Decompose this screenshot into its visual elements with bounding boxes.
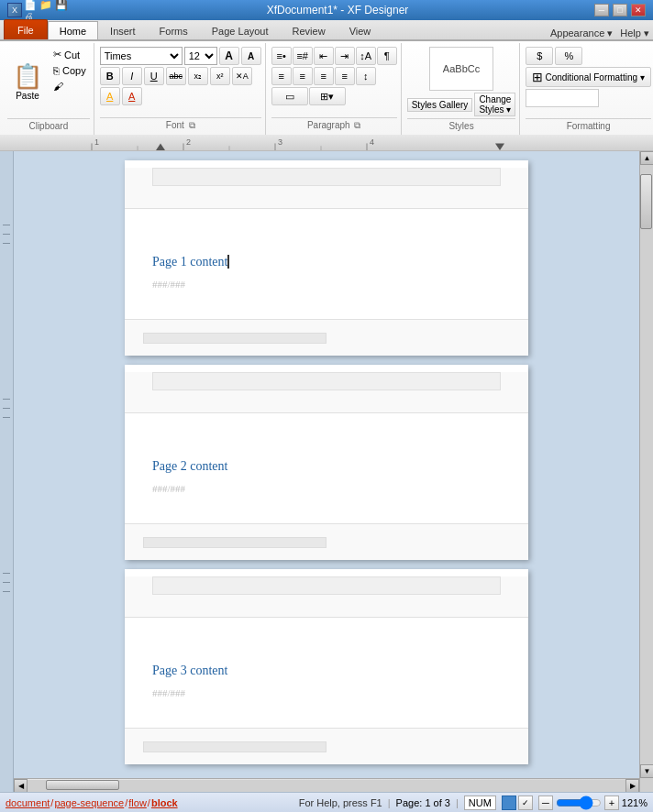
dollar-button[interactable]: $ <box>526 47 553 65</box>
change-styles-button[interactable]: ChangeStyles ▾ <box>474 93 515 116</box>
document-canvas[interactable]: Page 1 content ###/### Page 2 content ##… <box>14 151 639 778</box>
page-2-content[interactable]: Page 2 content <box>152 459 501 474</box>
cut-label: Cut <box>64 49 80 60</box>
appearance-button[interactable]: Appearance ▾ <box>550 27 613 39</box>
styles-gallery[interactable]: AaBbCc <box>429 47 493 91</box>
close-button[interactable]: ✕ <box>631 4 646 16</box>
ribbon-tab-bar: File Home Insert Forms Page Layout Revie… <box>0 20 653 40</box>
title-bar: X 📄 📁 💾 🖨 XfDocument1* - XF Designer ─ □… <box>0 0 653 20</box>
percent-button[interactable]: % <box>555 47 582 65</box>
zoom-in-button[interactable]: + <box>604 796 619 810</box>
cut-icon: ✂ <box>53 49 61 60</box>
bullets-button[interactable]: ≡• <box>271 47 292 65</box>
page-3-body[interactable]: Page 3 content ###/### <box>125 618 528 728</box>
cut-button[interactable]: ✂ Cut <box>50 47 90 62</box>
scroll-thumb[interactable] <box>640 174 652 229</box>
paragraph-expand-icon[interactable]: ⧉ <box>354 120 360 130</box>
format-painter-button[interactable]: 🖌 <box>50 79 90 93</box>
scroll-h-thumb[interactable] <box>46 780 119 790</box>
align-left-button[interactable]: ≡ <box>271 67 292 85</box>
line-spacing-button[interactable]: ↕ <box>356 67 376 85</box>
copy-button[interactable]: ⎘ Copy <box>50 63 90 78</box>
font-name-selector[interactable]: Times Arial Helvetica <box>100 47 183 65</box>
tb-icon: X <box>7 3 22 17</box>
scroll-up-button[interactable]: ▲ <box>640 151 653 165</box>
tab-insert[interactable]: Insert <box>98 21 148 39</box>
scroll-left-button[interactable]: ◀ <box>14 779 28 793</box>
minimize-button[interactable]: ─ <box>594 4 609 16</box>
strikethrough-button[interactable]: abc <box>166 67 186 85</box>
italic-button[interactable]: I <box>122 67 142 85</box>
align-right-button[interactable]: ≡ <box>314 67 334 85</box>
tab-view[interactable]: View <box>338 21 383 39</box>
clear-format-button[interactable]: ✕A <box>232 67 252 85</box>
zoom-out-button[interactable]: ─ <box>538 796 553 810</box>
help-button[interactable]: Help ▾ <box>620 27 649 39</box>
tab-file[interactable]: File <box>4 19 48 39</box>
left-panel <box>0 151 14 778</box>
page-2-placeholder: ###/### <box>152 483 501 494</box>
font-shrink-button[interactable]: A <box>241 47 261 65</box>
tab-review[interactable]: Review <box>281 21 338 39</box>
shading-button[interactable]: ▭ <box>271 87 308 105</box>
status-icons: ✓ <box>502 796 533 810</box>
page-2-footer <box>125 523 528 560</box>
styles-label: Styles <box>407 118 516 133</box>
scroll-down-button[interactable]: ▼ <box>640 764 653 778</box>
styles-group: AaBbCc Styles Gallery ChangeStyles ▾ Sty… <box>404 43 521 135</box>
bold-button[interactable]: B <box>100 67 120 85</box>
tab-page-layout[interactable]: Page Layout <box>200 21 281 39</box>
font-grow-button[interactable]: A <box>219 47 239 65</box>
paragraph-group: ≡• ≡# ⇤ ⇥ ↕A ¶ ≡ ≡ ≡ ≡ ↕ ▭ ⊞▾ <box>268 43 402 135</box>
page-1: Page 1 content ###/### <box>125 160 528 356</box>
format-box[interactable] <box>526 89 599 107</box>
page-indicator: Page: 1 of 3 <box>396 797 450 808</box>
breadcrumb-document[interactable]: document <box>6 797 50 808</box>
page-3-footer <box>125 728 528 764</box>
status-icon-2: ✓ <box>518 796 533 810</box>
tab-forms[interactable]: Forms <box>148 21 200 39</box>
show-marks-button[interactable]: ¶ <box>377 47 397 65</box>
scroll-h-track[interactable] <box>28 780 625 792</box>
svg-text:3: 3 <box>278 138 282 148</box>
increase-indent-button[interactable]: ⇥ <box>335 47 355 65</box>
scroll-right-button[interactable]: ▶ <box>625 779 639 793</box>
breadcrumb-block[interactable]: block <box>151 797 178 808</box>
page-1-body[interactable]: Page 1 content ###/### <box>125 209 528 319</box>
tab-home[interactable]: Home <box>48 21 98 39</box>
justify-button[interactable]: ≡ <box>335 67 355 85</box>
highlight-button[interactable]: A <box>100 87 120 105</box>
breadcrumb-flow[interactable]: flow <box>128 797 147 808</box>
svg-text:1: 1 <box>94 138 99 148</box>
font-expand-icon[interactable]: ⧉ <box>189 120 195 130</box>
page-3: Page 3 content ###/### <box>125 569 528 764</box>
font-color-button[interactable]: A <box>122 87 142 105</box>
horizontal-scrollbar-row: ◀ ▶ <box>0 778 653 792</box>
decrease-indent-button[interactable]: ⇤ <box>314 47 334 65</box>
underline-button[interactable]: U <box>144 67 164 85</box>
styles-gallery-button[interactable]: Styles Gallery <box>407 98 473 112</box>
sort-button[interactable]: ↕A <box>356 47 376 65</box>
status-bar: document / page-sequence / flow / block … <box>0 792 653 812</box>
conditional-formatting-button[interactable]: ⊞ Conditional Formatting ▾ <box>526 67 650 87</box>
paste-button[interactable]: 📋 Paste <box>7 47 48 116</box>
numbering-button[interactable]: ≡# <box>293 47 313 65</box>
ribbon: 📋 Paste ✂ Cut ⎘ Copy 🖌 Clipboard <box>0 40 653 135</box>
font-size-selector[interactable]: 12 10 14 18 <box>184 47 217 65</box>
page-2-body[interactable]: Page 2 content ###/### <box>125 413 528 523</box>
cf-icon: ⊞ <box>532 70 543 84</box>
breadcrumb-page-sequence[interactable]: page-sequence <box>54 797 124 808</box>
page-3-content[interactable]: Page 3 content <box>152 664 501 678</box>
scroll-track[interactable] <box>640 165 653 764</box>
superscript-button[interactable]: x² <box>210 67 230 85</box>
page-1-content[interactable]: Page 1 content <box>152 255 501 269</box>
borders-button[interactable]: ⊞▾ <box>309 87 346 105</box>
align-center-button[interactable]: ≡ <box>293 67 313 85</box>
format-painter-icon: 🖌 <box>53 81 63 92</box>
subscript-button[interactable]: x₂ <box>188 67 208 85</box>
zoom-slider[interactable] <box>556 797 602 808</box>
font-label: Font ⧉ <box>100 117 261 133</box>
copy-icon: ⎘ <box>53 65 60 76</box>
maximize-button[interactable]: □ <box>613 4 627 16</box>
zoom-level: 121% <box>622 797 647 808</box>
